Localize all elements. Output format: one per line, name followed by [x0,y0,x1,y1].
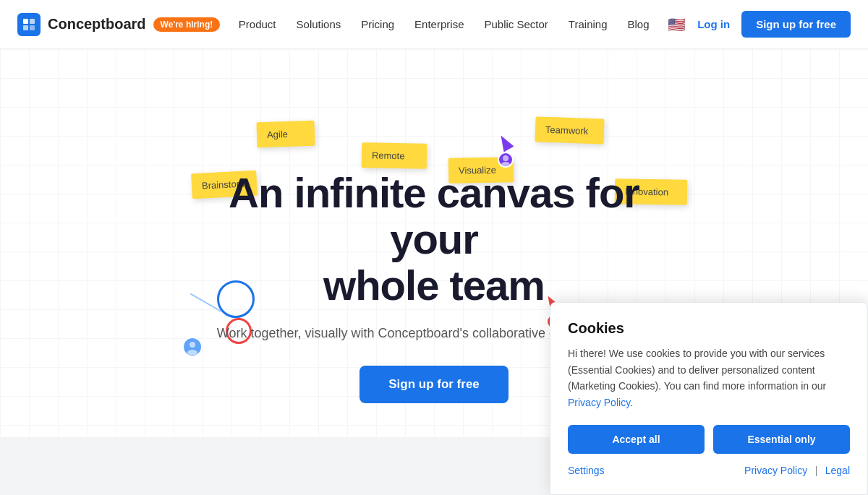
header: Conceptboard We're hiring! Product Solut… [0,0,868,49]
svg-point-4 [503,155,509,161]
nav-product[interactable]: Product [239,18,276,30]
language-flag[interactable]: 🇺🇸 [668,16,686,33]
sticky-teamwork: Teamwork [535,116,604,144]
svg-rect-0 [23,19,28,24]
signup-button[interactable]: Sign up for free [741,11,851,38]
privacy-link[interactable]: Privacy Policy [568,397,630,408]
login-button[interactable]: Log in [697,18,730,30]
logo-icon [17,13,41,36]
nav-public-sector[interactable]: Public Sector [484,18,548,30]
cookie-footer: Settings Privacy Policy | Legal [568,464,850,477]
logo-area: Conceptboard We're hiring! [17,13,220,36]
svg-rect-2 [23,25,28,30]
cursor-avatar-top [498,152,514,168]
cookie-footer-right: Privacy Policy | Legal [744,464,850,477]
nav-solutions[interactable]: Solutions [297,18,341,30]
legal-link[interactable]: Legal [825,465,850,476]
accept-all-button[interactable]: Accept all [568,425,705,454]
cookie-text: Hi there! We use cookies to provide you … [568,345,850,410]
cursor-purple-icon [496,132,514,152]
cookie-title: Cookies [568,320,850,337]
nav-enterprise[interactable]: Enterprise [414,18,464,30]
logo-text: Conceptboard [48,16,146,33]
svg-point-6 [190,342,195,348]
sticky-remote: Remote [362,142,427,169]
main-nav: Product Solutions Pricing Enterprise Pub… [239,18,650,30]
nav-blog[interactable]: Blog [628,18,650,30]
nav-training[interactable]: Training [569,18,608,30]
hero-title: An infinite canvas for your whole team [195,170,673,308]
header-actions: 🇺🇸 Log in Sign up for free [668,11,851,38]
svg-rect-1 [30,19,35,24]
cookie-banner: Cookies Hi there! We use cookies to prov… [550,302,868,495]
hero-cta-button[interactable]: Sign up for free [359,366,509,403]
sticky-agile: Agile [256,121,315,148]
essential-only-button[interactable]: Essential only [713,425,850,454]
svg-rect-3 [30,25,35,30]
hiring-badge[interactable]: We're hiring! [153,17,221,32]
svg-point-5 [501,162,510,166]
privacy-footer-link[interactable]: Privacy Policy [744,465,807,476]
cookie-buttons: Accept all Essential only [568,425,850,454]
nav-pricing[interactable]: Pricing [361,18,394,30]
settings-link[interactable]: Settings [568,465,605,476]
